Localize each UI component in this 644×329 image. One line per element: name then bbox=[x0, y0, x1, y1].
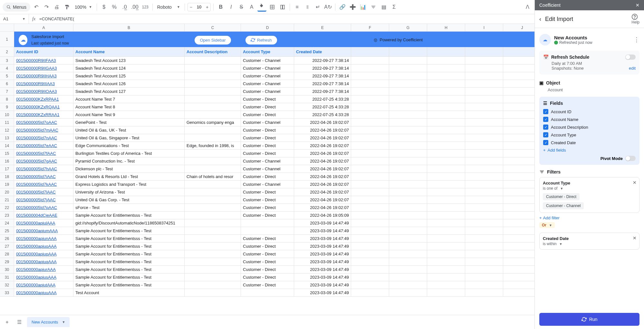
cell[interactable]: 0015i00000apiuuAAA bbox=[14, 289, 73, 297]
cell[interactable] bbox=[351, 150, 389, 157]
cell[interactable] bbox=[185, 157, 241, 165]
cell[interactable]: Customer - Direct bbox=[241, 258, 294, 266]
account-id-link[interactable]: 0015i00000apiurAAA bbox=[16, 267, 56, 272]
cell[interactable] bbox=[351, 103, 389, 111]
cell[interactable]: University of Arizona - Test bbox=[73, 188, 185, 196]
row-header[interactable]: 31 bbox=[0, 274, 14, 281]
percent-button[interactable]: % bbox=[110, 3, 119, 12]
row-header[interactable]: 29 bbox=[0, 258, 14, 266]
add-fields-button[interactable]: +Add fields bbox=[543, 146, 636, 154]
cell[interactable] bbox=[351, 80, 389, 88]
filter-operator-select[interactable]: is within▼ bbox=[543, 242, 636, 246]
column-header[interactable]: F bbox=[351, 24, 389, 32]
increase-font-button[interactable]: + bbox=[204, 3, 210, 11]
cell[interactable] bbox=[503, 103, 534, 111]
account-id-link[interactable]: 0015i000005Id7jAAC bbox=[16, 197, 56, 202]
cell[interactable] bbox=[503, 243, 534, 250]
more-formats-button[interactable]: 123 bbox=[141, 3, 150, 12]
cell[interactable]: Account Description bbox=[185, 47, 241, 57]
add-sheet-button[interactable]: + bbox=[3, 318, 12, 327]
cell[interactable] bbox=[427, 111, 465, 119]
account-id-link[interactable]: 0015i000005Id7fAAC bbox=[16, 151, 56, 156]
account-id-link[interactable]: 0015i00000apiuoAAA bbox=[16, 244, 57, 249]
cell[interactable] bbox=[185, 212, 241, 219]
field-checkbox-account-id[interactable]: ✓Account ID bbox=[543, 108, 636, 115]
account-id-link[interactable]: 0015i00000apiupAAA bbox=[16, 252, 57, 256]
cell[interactable]: Account Name Test 7 bbox=[73, 95, 185, 103]
account-id-link[interactable]: 0015i00000apiuqAAA bbox=[16, 259, 57, 264]
cell[interactable]: Customer - Direct bbox=[241, 235, 294, 243]
cell[interactable] bbox=[389, 80, 427, 88]
cell[interactable] bbox=[503, 212, 534, 219]
back-button[interactable]: ‹ bbox=[539, 16, 541, 23]
cell[interactable] bbox=[465, 266, 503, 274]
pivot-toggle[interactable] bbox=[625, 156, 636, 161]
cell[interactable]: 0015i00000R9IIGAA3 bbox=[14, 65, 73, 72]
cell[interactable]: Sample Account for Entitlementsss - Test bbox=[73, 274, 185, 281]
cell[interactable] bbox=[241, 219, 294, 227]
cell[interactable] bbox=[185, 57, 241, 65]
cell[interactable]: 2022-04-26 19:02:07 bbox=[294, 150, 351, 157]
cell[interactable]: 0015i000005Id7jAAC bbox=[14, 196, 73, 204]
cell[interactable] bbox=[185, 266, 241, 274]
cell[interactable] bbox=[185, 281, 241, 289]
column-header[interactable]: E bbox=[294, 24, 351, 32]
cell[interactable] bbox=[503, 134, 534, 142]
help-button[interactable]: Help bbox=[631, 14, 639, 25]
cell[interactable]: Customer - Direct bbox=[241, 243, 294, 250]
cell[interactable] bbox=[185, 95, 241, 103]
cell[interactable] bbox=[185, 80, 241, 88]
cell[interactable] bbox=[503, 219, 534, 227]
cell[interactable]: 2023-03-09 14:47:49 bbox=[294, 243, 351, 250]
cell[interactable]: Customer - Direct bbox=[241, 196, 294, 204]
cell[interactable]: Customer - Direct bbox=[241, 212, 294, 219]
cell[interactable] bbox=[427, 188, 465, 196]
row-header[interactable]: 22 bbox=[0, 204, 14, 212]
cell[interactable] bbox=[503, 258, 534, 266]
cell[interactable]: 0015i000005Id7eAAC bbox=[14, 142, 73, 150]
cell[interactable] bbox=[185, 243, 241, 250]
cell[interactable]: 0015i00000apiulAAA bbox=[14, 219, 73, 227]
cell[interactable] bbox=[427, 103, 465, 111]
row-header[interactable]: 2 bbox=[0, 47, 14, 57]
cell[interactable]: Dickenson plc - Test bbox=[73, 165, 185, 173]
cell[interactable]: 0015i00000R9IIIAA3 bbox=[14, 80, 73, 88]
cell[interactable] bbox=[389, 227, 427, 235]
cell[interactable]: Account ID bbox=[14, 47, 73, 57]
cell[interactable] bbox=[389, 274, 427, 281]
cell[interactable]: 2023-03-09 14:47:49 bbox=[294, 235, 351, 243]
row-header[interactable]: 4 bbox=[0, 65, 14, 72]
cell[interactable] bbox=[389, 188, 427, 196]
cell[interactable]: Swadesh Test Account 124 bbox=[73, 65, 185, 72]
cell[interactable]: Customer - Direct bbox=[241, 150, 294, 157]
cell[interactable] bbox=[427, 289, 465, 297]
cell[interactable]: Customer - Channel bbox=[241, 80, 294, 88]
cell[interactable]: 2022-09-27 7:38:14 bbox=[294, 57, 351, 65]
cell[interactable]: 2022-04-26 19:02:07 bbox=[294, 157, 351, 165]
account-id-link[interactable]: 0015i000005Id7oAAC bbox=[16, 120, 57, 125]
cell[interactable]: Burlington Textiles Corp of America - Te… bbox=[73, 150, 185, 157]
cell[interactable]: 0015i000005Id7kAAC bbox=[14, 181, 73, 188]
account-id-link[interactable]: 0015i00000R9IIOAA3 bbox=[16, 89, 57, 94]
cell[interactable] bbox=[351, 219, 389, 227]
cell[interactable] bbox=[465, 188, 503, 196]
cell[interactable]: 0015i00000apiupAAA bbox=[14, 250, 73, 258]
cell[interactable] bbox=[503, 173, 534, 181]
merge-button[interactable] bbox=[278, 3, 287, 12]
cell[interactable] bbox=[427, 204, 465, 212]
currency-button[interactable]: $ bbox=[100, 3, 109, 12]
spreadsheet-grid[interactable]: ABCDEFGHIJ 1☁Salesforce ImportLast updat… bbox=[0, 24, 534, 315]
account-id-link[interactable]: 0015i00000KZxRRAA1 bbox=[16, 112, 59, 117]
cell[interactable] bbox=[503, 150, 534, 157]
cell[interactable]: 0015i00000apiuqAAA bbox=[14, 258, 73, 266]
cell[interactable]: Customer - Channel bbox=[241, 119, 294, 126]
cell[interactable] bbox=[427, 57, 465, 65]
close-sidebar-button[interactable]: ✕ bbox=[636, 3, 639, 8]
row-header[interactable]: 24 bbox=[0, 219, 14, 227]
cell[interactable] bbox=[503, 227, 534, 235]
field-checkbox-account-name[interactable]: ✓Account Name bbox=[543, 115, 636, 123]
cell[interactable] bbox=[351, 47, 389, 57]
cell[interactable] bbox=[351, 142, 389, 150]
cell[interactable] bbox=[427, 227, 465, 235]
cell[interactable] bbox=[427, 134, 465, 142]
